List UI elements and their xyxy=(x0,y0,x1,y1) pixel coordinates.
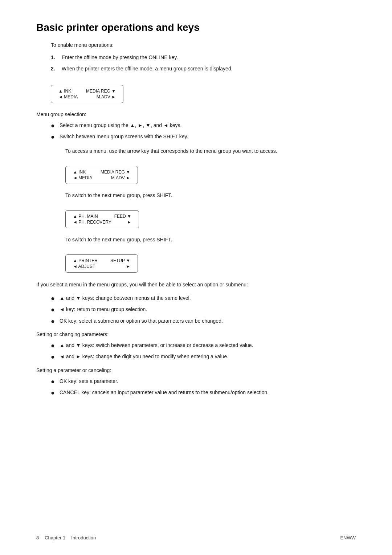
setting-params-label: Setting or changing parameters: xyxy=(36,331,356,337)
submenu-bullets: ● ▲ and ▼ keys: change between menus at … xyxy=(51,294,356,326)
setting-cancel-label: Setting a parameter or canceling: xyxy=(36,367,356,373)
db2-row2-left: ◄ MEDIA xyxy=(72,175,96,181)
db4-row2-left: ◄ ADJUST xyxy=(72,264,105,269)
menu-bullet-2-text: Switch between menu group screens with t… xyxy=(60,133,188,141)
db3-row2-left: ◄ PH. RECOVERY xyxy=(72,219,113,225)
db2-row1-right: MEDIA REG ▼ xyxy=(96,169,132,175)
params-bullet-icon-2: ● xyxy=(51,353,60,361)
step-1-text: Enter the offline mode by pressing the O… xyxy=(62,54,178,61)
params-bullet-1: ● ▲ and ▼ keys: switch between parameter… xyxy=(51,342,356,350)
step-2-number: 2. xyxy=(51,65,62,73)
menu-group-bullets: ● Select a menu group using the ▲, ►, ▼,… xyxy=(51,122,356,142)
display-box-1: ▲ INK MEDIA REG ▼ ◄ MEDIA M.ADV ► xyxy=(51,85,123,103)
db1-row2-right: M.ADV ► xyxy=(81,94,117,100)
db1-row2-left: ◄ MEDIA xyxy=(57,94,81,100)
step-2: 2. When the printer enters the offline m… xyxy=(51,65,356,73)
submenu-bullet-3-text: OK key: select a submenu or option so th… xyxy=(60,317,223,326)
step-1-number: 1. xyxy=(51,54,62,61)
db2-row1-left: ▲ INK xyxy=(72,169,96,175)
footer-chapter: Chapter 1 xyxy=(45,535,65,540)
numbered-steps-list: 1. Enter the offline mode by pressing th… xyxy=(51,54,356,73)
db4-row2-right: ► xyxy=(105,264,132,269)
bullet-icon-2: ● xyxy=(51,133,60,141)
db2-row2-right: M.ADV ► xyxy=(96,175,132,181)
submenu-bullet-icon-3: ● xyxy=(51,317,60,326)
params-bullet-icon-1: ● xyxy=(51,342,60,350)
cancel-bullet-icon-2: ● xyxy=(51,389,60,397)
submenu-bullet-1-text: ▲ and ▼ keys: change between menus at th… xyxy=(60,294,191,303)
display-box-2: ▲ INK MEDIA REG ▼ ◄ MEDIA M.ADV ► xyxy=(65,166,138,184)
menu-bullet-2: ● Switch between menu group screens with… xyxy=(51,133,356,141)
submenu-bullet-2: ● ◄ key: return to menu group selection. xyxy=(51,306,356,314)
access-menu-text: To access a menu, use the arrow key that… xyxy=(65,147,356,155)
submenu-intro: If you select a menu in the menu groups,… xyxy=(36,281,356,289)
params-bullet-2-text: ◄ and ► keys: change the digit you need … xyxy=(60,353,228,361)
params-bullet-2: ● ◄ and ► keys: change the digit you nee… xyxy=(51,353,356,361)
footer-code: ENWW xyxy=(340,535,356,540)
cancel-bullet-2-text: CANCEL key: cancels an input parameter v… xyxy=(60,389,269,397)
submenu-bullet-1: ● ▲ and ▼ keys: change between menus at … xyxy=(51,294,356,303)
step-1: 1. Enter the offline mode by pressing th… xyxy=(51,54,356,61)
db3-row1-right: FEED ▼ xyxy=(113,213,133,219)
db3-row2-right: ► xyxy=(113,219,133,225)
cancel-bullet-1: ● OK key: sets a parameter. xyxy=(51,378,356,386)
display-box-3: ▲ PH. MAIN FEED ▼ ◄ PH. RECOVERY ► xyxy=(65,210,139,228)
switch-text-1: To switch to the next menu group, press … xyxy=(65,192,356,199)
db4-row1-left: ▲ PRINTER xyxy=(72,258,105,264)
submenu-bullet-2-text: ◄ key: return to menu group selection. xyxy=(60,306,147,314)
cancel-bullet-1-text: OK key: sets a parameter. xyxy=(60,378,118,386)
menu-bullet-1-text: Select a menu group using the ▲, ►, ▼, a… xyxy=(60,122,181,130)
footer-page-number: 8 xyxy=(36,535,39,540)
footer-left: 8 Chapter 1 Introduction xyxy=(36,535,96,540)
switch-text-2: To switch to the next menu group, press … xyxy=(65,236,356,244)
params-bullet-1-text: ▲ and ▼ keys: switch between parameters,… xyxy=(60,342,253,350)
menu-group-label: Menu group selection: xyxy=(36,111,356,117)
setting-cancel-bullets: ● OK key: sets a parameter. ● CANCEL key… xyxy=(51,378,356,397)
bullet-icon-1: ● xyxy=(51,122,60,130)
submenu-bullet-icon-1: ● xyxy=(51,294,60,303)
display-box-4: ▲ PRINTER SETUP ▼ ◄ ADJUST ► xyxy=(65,254,138,273)
db1-row1-left: ▲ INK xyxy=(57,88,81,94)
intro-text: To enable menu operations: xyxy=(51,42,356,48)
footer-section: Introduction xyxy=(71,535,96,540)
page-title: Basic printer operations and keys xyxy=(36,22,356,33)
db3-row1-left: ▲ PH. MAIN xyxy=(72,213,113,219)
page-footer: 8 Chapter 1 Introduction ENWW xyxy=(0,535,392,540)
step-2-text: When the printer enters the offline mode… xyxy=(62,65,233,73)
db4-row1-right: SETUP ▼ xyxy=(105,258,132,264)
submenu-bullet-3: ● OK key: select a submenu or option so … xyxy=(51,317,356,326)
cancel-bullet-2: ● CANCEL key: cancels an input parameter… xyxy=(51,389,356,397)
db1-row1-right: MEDIA REG ▼ xyxy=(81,88,117,94)
submenu-bullet-icon-2: ● xyxy=(51,306,60,314)
cancel-bullet-icon-1: ● xyxy=(51,378,60,386)
setting-params-bullets: ● ▲ and ▼ keys: switch between parameter… xyxy=(51,342,356,362)
menu-bullet-1: ● Select a menu group using the ▲, ►, ▼,… xyxy=(51,122,356,130)
